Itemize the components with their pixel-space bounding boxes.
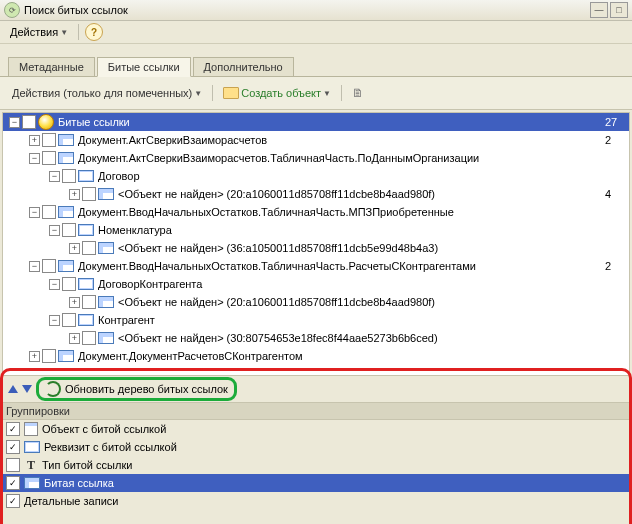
detail-row[interactable]: ✓ Детальные записи <box>2 492 630 510</box>
collapse-icon[interactable]: − <box>49 279 60 290</box>
tree-row[interactable]: −Документ.ВводНачальныхОстатков.Таблична… <box>3 257 629 275</box>
tab-bar: Метаданные Битые ссылки Дополнительно <box>0 54 632 77</box>
grouping-label: Тип битой ссылки <box>42 459 132 471</box>
tree-row[interactable]: −Номенклатура <box>3 221 629 239</box>
tree-row[interactable]: +Документ.АктСверкиВзаиморасчетов2 <box>3 131 629 149</box>
tree-checkbox[interactable] <box>62 169 76 183</box>
tree-view[interactable]: −Битые ссылки27+Документ.АктСверкиВзаимо… <box>2 112 630 376</box>
toolbar: Действия (только для помеченных) ▼ Созда… <box>0 77 632 110</box>
collapse-icon[interactable]: − <box>29 153 40 164</box>
expand-icon[interactable]: + <box>69 189 80 200</box>
help-icon: ? <box>91 27 97 38</box>
help-button[interactable]: ? <box>85 23 103 41</box>
tree-row[interactable]: −ДоговорКонтрагента <box>3 275 629 293</box>
collapse-icon[interactable]: − <box>9 117 20 128</box>
tree-row[interactable]: −Документ.АктСверкиВзаиморасчетов.Таблич… <box>3 149 629 167</box>
tree-row[interactable]: −Документ.ВводНачальныхОстатков.Таблична… <box>3 203 629 221</box>
expand-icon[interactable]: + <box>69 297 80 308</box>
field-icon <box>78 170 94 182</box>
tree-count: 2 <box>605 134 623 146</box>
tree-row[interactable]: −Договор <box>3 167 629 185</box>
tree-checkbox[interactable] <box>62 277 76 291</box>
table-icon <box>98 332 114 344</box>
grouping-label: Объект с битой ссылкой <box>42 423 166 435</box>
tab-broken-links[interactable]: Битые ссылки <box>97 57 191 77</box>
tree-row[interactable]: +<Объект не найден> (30:80754653e18fec8f… <box>3 329 629 347</box>
groupings-header: Группировки <box>2 402 630 420</box>
menu-bar: Действия ▼ ? <box>0 21 632 44</box>
tree-checkbox[interactable] <box>62 223 76 237</box>
expand-icon[interactable]: + <box>29 351 40 362</box>
collapse-icon[interactable]: − <box>29 207 40 218</box>
tree-checkbox[interactable] <box>82 295 96 309</box>
table-icon <box>98 296 114 308</box>
table-icon <box>98 242 114 254</box>
separator <box>78 24 79 40</box>
tree-row[interactable]: −Битые ссылки27 <box>3 113 629 131</box>
collapse-icon[interactable]: − <box>49 225 60 236</box>
actions-marked-button[interactable]: Действия (только для помеченных) ▼ <box>8 85 206 101</box>
tree-label: Битые ссылки <box>58 116 605 128</box>
tree-checkbox[interactable] <box>42 259 56 273</box>
actions-marked-label: Действия (только для помеченных) <box>12 87 192 99</box>
create-object-label: Создать объект <box>241 87 321 99</box>
tree-checkbox[interactable] <box>42 205 56 219</box>
grouping-row[interactable]: ✓Реквизит с битой ссылкой <box>2 438 630 456</box>
table-icon <box>58 134 74 146</box>
grouping-checkbox[interactable] <box>6 458 20 472</box>
minimize-button[interactable]: — <box>590 2 608 18</box>
collapse-icon[interactable]: − <box>49 171 60 182</box>
tree-row[interactable]: +<Объект не найден> (20:a1060011d85708ff… <box>3 293 629 311</box>
table-icon <box>24 477 40 489</box>
tree-label: Документ.АктСверкиВзаиморасчетов.Табличн… <box>78 152 605 164</box>
menu-actions[interactable]: Действия ▼ <box>6 24 72 40</box>
tree-checkbox[interactable] <box>22 115 36 129</box>
refresh-icon <box>45 381 61 397</box>
tree-row[interactable]: +<Объект не найден> (20:a1060011d85708ff… <box>3 185 629 203</box>
window-title: Поиск битых ссылок <box>24 4 588 16</box>
tree-checkbox[interactable] <box>82 187 96 201</box>
tree-checkbox[interactable] <box>42 133 56 147</box>
tree-row[interactable]: +Документ.ДокументРасчетовСКонтрагентом <box>3 347 629 365</box>
detail-checkbox[interactable]: ✓ <box>6 494 20 508</box>
field-icon <box>78 224 94 236</box>
grouping-row[interactable]: TТип битой ссылки <box>2 456 630 474</box>
refresh-highlight: Обновить дерево битых ссылок <box>36 377 237 401</box>
tree-label: <Объект не найден> (20:a1060011d85708ff1… <box>118 188 605 200</box>
detail-label: Детальные записи <box>24 495 118 507</box>
field-icon <box>24 441 40 453</box>
maximize-button[interactable]: □ <box>610 2 628 18</box>
grouping-checkbox[interactable]: ✓ <box>6 476 20 490</box>
tree-row[interactable]: +<Объект не найден> (36:a1050011d85708ff… <box>3 239 629 257</box>
tree-label: <Объект не найден> (20:a1060011d85708ff1… <box>118 296 605 308</box>
expand-icon[interactable]: + <box>69 243 80 254</box>
expand-icon[interactable]: + <box>69 333 80 344</box>
expand-icon[interactable]: + <box>29 135 40 146</box>
tree-label: ДоговорКонтрагента <box>98 278 605 290</box>
grouping-checkbox[interactable]: ✓ <box>6 440 20 454</box>
field-icon <box>78 278 94 290</box>
tree-checkbox[interactable] <box>82 331 96 345</box>
move-up-button[interactable] <box>8 385 18 393</box>
grouping-row[interactable]: ✓Объект с битой ссылкой <box>2 420 630 438</box>
grouping-checkbox[interactable]: ✓ <box>6 422 20 436</box>
tree-row[interactable]: −Контрагент <box>3 311 629 329</box>
tab-additional[interactable]: Дополнительно <box>193 57 294 76</box>
create-object-button[interactable]: Создать объект ▼ <box>219 85 335 101</box>
export-button[interactable]: 🗎 <box>348 84 368 102</box>
refresh-button[interactable]: Обновить дерево битых ссылок <box>65 383 228 395</box>
collapse-icon[interactable]: − <box>29 261 40 272</box>
collapse-icon[interactable]: − <box>49 315 60 326</box>
footer-area: Обновить дерево битых ссылок Группировки… <box>2 376 630 524</box>
tree-checkbox[interactable] <box>42 349 56 363</box>
tree-checkbox[interactable] <box>62 313 76 327</box>
export-icon: 🗎 <box>352 86 364 100</box>
move-down-button[interactable] <box>22 385 32 393</box>
spacer <box>0 44 632 54</box>
tab-metadata[interactable]: Метаданные <box>8 57 95 76</box>
grouping-row[interactable]: ✓Битая ссылка <box>2 474 630 492</box>
tree-checkbox[interactable] <box>82 241 96 255</box>
tree-label: Документ.ВводНачальныхОстатков.Табличная… <box>78 206 605 218</box>
update-toolbar: Обновить дерево битых ссылок <box>2 376 630 402</box>
tree-checkbox[interactable] <box>42 151 56 165</box>
